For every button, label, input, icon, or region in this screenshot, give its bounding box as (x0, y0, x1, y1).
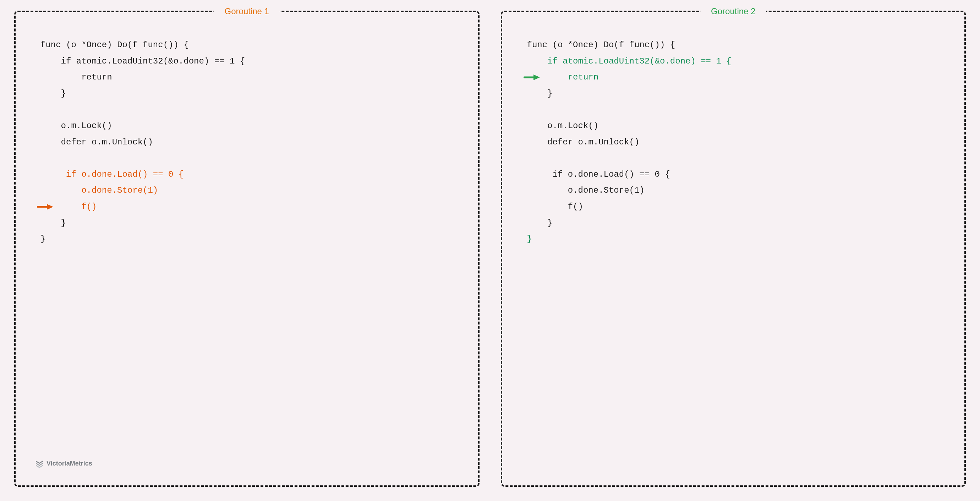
goroutine-2-panel: Goroutine 2 func (o *Once) Do(f func()) … (501, 11, 966, 487)
code-line: if o.done.Load() == 0 { (527, 166, 951, 183)
code-line: } (40, 231, 464, 247)
code-line: if atomic.LoadUint32(&o.done) == 1 { (527, 53, 951, 70)
code-line: return (527, 69, 951, 86)
code-line (40, 102, 464, 118)
attribution: VictoriaMetrics (35, 459, 92, 468)
code-line: defer o.m.Unlock() (40, 134, 464, 150)
code-line: o.m.Lock() (40, 118, 464, 134)
goroutine-2-code: func (o *Once) Do(f func()) { if atomic.… (527, 37, 951, 247)
code-line: return (40, 69, 464, 86)
code-line (40, 150, 464, 166)
svg-marker-3 (533, 75, 540, 80)
code-line (527, 150, 951, 166)
code-line: o.done.Store(1) (527, 182, 951, 199)
code-line: if atomic.LoadUint32(&o.done) == 1 { (40, 53, 464, 70)
code-line: } (40, 215, 464, 231)
goroutine-1-panel: Goroutine 1 func (o *Once) Do(f func()) … (14, 11, 479, 487)
code-line: func (o *Once) Do(f func()) { (40, 37, 464, 53)
execution-arrow-icon (523, 74, 541, 81)
code-line: f() (527, 199, 951, 215)
code-line: f() (40, 199, 464, 215)
code-line (527, 102, 951, 118)
code-line: if o.done.Load() == 0 { (40, 166, 464, 183)
goroutine-1-code: func (o *Once) Do(f func()) { if atomic.… (40, 37, 464, 247)
attribution-text: VictoriaMetrics (46, 460, 92, 467)
code-line: o.done.Store(1) (40, 182, 464, 199)
code-line: o.m.Lock() (527, 118, 951, 134)
code-line: } (527, 215, 951, 231)
code-line: } (40, 86, 464, 102)
code-line: } (527, 86, 951, 102)
victoriametrics-logo-icon (35, 459, 44, 468)
execution-arrow-icon (37, 203, 54, 210)
code-line: defer o.m.Unlock() (527, 134, 951, 150)
svg-marker-1 (47, 204, 53, 210)
goroutine-1-title: Goroutine 1 (214, 6, 280, 16)
code-line: } (527, 231, 951, 247)
code-line: func (o *Once) Do(f func()) { (527, 37, 951, 53)
goroutine-2-title: Goroutine 2 (700, 6, 766, 16)
